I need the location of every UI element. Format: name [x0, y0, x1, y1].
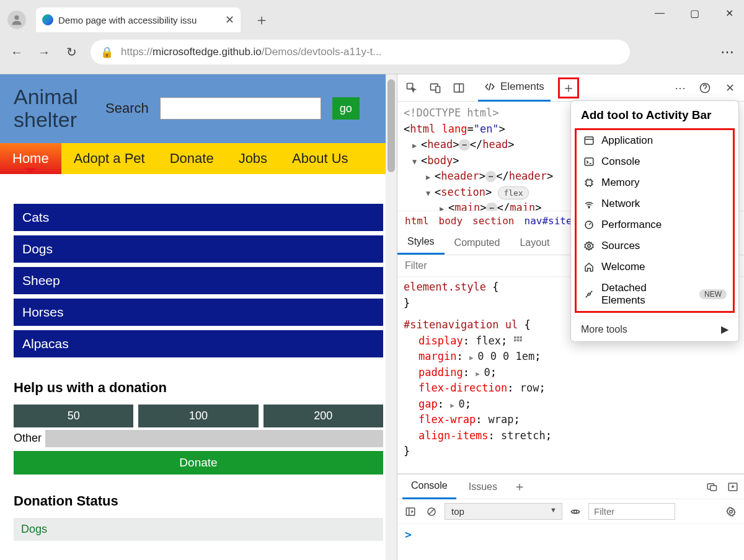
- content-area: Cats Dogs Sheep Horses Alpacas Help us w…: [0, 174, 397, 547]
- nav-home[interactable]: Home: [0, 143, 61, 174]
- main-nav: Home Adopt a Pet Donate Jobs About Us: [0, 143, 397, 174]
- donation-buttons: 50 100 200: [14, 405, 383, 427]
- donate-button[interactable]: Donate: [14, 451, 383, 475]
- console-icon: [583, 155, 595, 168]
- nav-donate[interactable]: Donate: [157, 143, 226, 174]
- close-devtools-icon[interactable]: ✕: [722, 80, 738, 96]
- maximize-icon[interactable]: ▢: [686, 7, 703, 19]
- dock-icon[interactable]: [451, 80, 467, 96]
- chevron-right-icon: ▶: [721, 323, 728, 335]
- add-tool-button[interactable]: ＋: [558, 77, 579, 98]
- site-title: Animalshelter: [14, 85, 94, 132]
- live-expression-icon[interactable]: [567, 504, 583, 520]
- svg-point-28: [730, 510, 733, 513]
- tool-performance[interactable]: Performance: [577, 214, 733, 235]
- browser-menu-button[interactable]: ⋯: [720, 44, 735, 60]
- detached-icon: [583, 288, 595, 300]
- donation-200[interactable]: 200: [264, 405, 383, 427]
- devtools-panel: Elements ＋ ⋯ ✕ Add tool to Activity Bar …: [397, 74, 744, 560]
- new-badge: NEW: [699, 289, 727, 299]
- edge-icon: [42, 14, 53, 25]
- tab-computed[interactable]: Computed: [445, 230, 510, 255]
- collapse-drawer-icon[interactable]: [727, 481, 739, 492]
- forward-button[interactable]: →: [36, 45, 52, 59]
- svg-rect-9: [585, 158, 593, 165]
- address-bar-row: ← → ↻ 🔒 https://microsoftedge.github.io/…: [0, 35, 744, 69]
- status-heading: Donation Status: [14, 493, 383, 509]
- help-icon[interactable]: [697, 80, 713, 96]
- svg-rect-21: [711, 485, 717, 490]
- category-item[interactable]: Cats: [14, 204, 383, 231]
- refresh-button[interactable]: ↻: [63, 45, 79, 59]
- svg-rect-17: [514, 339, 516, 341]
- svg-point-27: [574, 510, 577, 513]
- search-input[interactable]: [160, 97, 321, 120]
- status-section: Donation Status Dogs: [14, 493, 383, 541]
- window-controls: ― ▢ ✕: [651, 7, 738, 19]
- go-button[interactable]: go: [332, 97, 360, 120]
- back-button[interactable]: ←: [9, 45, 25, 59]
- nav-jobs[interactable]: Jobs: [226, 143, 280, 174]
- page-scrollbar[interactable]: [386, 74, 397, 560]
- drawer-tab-issues[interactable]: Issues: [460, 475, 506, 499]
- devtools-tabbar: Elements ＋ ⋯ ✕: [397, 74, 744, 102]
- drawer-add-tab[interactable]: ＋: [510, 475, 529, 499]
- elements-tab[interactable]: Elements: [478, 74, 551, 102]
- other-input[interactable]: [45, 430, 383, 447]
- lock-icon: 🔒: [100, 46, 113, 59]
- more-tools-item[interactable]: More tools ▶: [571, 317, 738, 341]
- context-select[interactable]: top: [445, 503, 562, 520]
- svg-rect-15: [516, 336, 519, 339]
- add-tool-popup: Add tool to Activity Bar Application Con…: [570, 100, 739, 342]
- nav-adopt[interactable]: Adopt a Pet: [61, 143, 157, 174]
- tool-network[interactable]: Network: [577, 193, 733, 214]
- donation-50[interactable]: 50: [14, 405, 133, 427]
- close-tab-icon[interactable]: ✕: [225, 13, 234, 27]
- close-window-icon[interactable]: ✕: [720, 7, 738, 19]
- inspect-element-icon[interactable]: [404, 80, 420, 96]
- svg-point-11: [588, 207, 590, 208]
- minimize-icon[interactable]: ―: [651, 7, 668, 19]
- devtools-right-controls: ⋯ ✕: [672, 80, 738, 96]
- svg-rect-19: [520, 339, 522, 341]
- console-settings-icon[interactable]: [723, 504, 739, 520]
- welcome-icon: [583, 261, 595, 273]
- more-tools-icon[interactable]: ⋯: [672, 80, 688, 96]
- device-toggle-icon[interactable]: [427, 80, 443, 96]
- profile-avatar[interactable]: [7, 11, 26, 29]
- drawer-tab-console[interactable]: Console: [402, 475, 456, 499]
- toggle-sidebar-icon[interactable]: [402, 504, 418, 520]
- svg-rect-10: [587, 180, 592, 186]
- tab-styles[interactable]: Styles: [397, 230, 445, 255]
- clear-console-icon[interactable]: [423, 504, 440, 520]
- application-icon: [583, 134, 595, 147]
- other-label: Other: [14, 432, 45, 445]
- donation-100[interactable]: 100: [138, 405, 258, 427]
- tool-welcome[interactable]: Welcome: [577, 256, 733, 278]
- tool-application[interactable]: Application: [577, 130, 733, 151]
- category-item[interactable]: Horses: [14, 299, 383, 326]
- popup-list: Application Console Memory Network Perfo…: [575, 128, 735, 313]
- issues-icon[interactable]: [706, 481, 718, 492]
- address-bar[interactable]: 🔒 https://microsoftedge.github.io/Demos/…: [91, 40, 630, 64]
- category-item[interactable]: Dogs: [14, 235, 383, 263]
- category-item[interactable]: Alpacas: [14, 330, 383, 357]
- tool-console[interactable]: Console: [577, 151, 733, 172]
- nav-about[interactable]: About Us: [280, 143, 361, 174]
- donation-section: Help us with a donation 50 100 200 Other…: [14, 380, 383, 475]
- tool-sources[interactable]: Sources: [577, 235, 733, 256]
- tool-memory[interactable]: Memory: [577, 172, 733, 193]
- svg-line-26: [429, 509, 435, 514]
- console-filter-input[interactable]: [588, 503, 675, 520]
- other-row: Other: [14, 430, 383, 447]
- memory-icon: [583, 177, 595, 189]
- tab-layout[interactable]: Layout: [510, 230, 559, 255]
- new-tab-button[interactable]: ＋: [244, 10, 279, 30]
- console-toolbar: top: [397, 499, 744, 524]
- search-label: Search: [105, 100, 149, 116]
- tool-detached-elements[interactable]: Detached ElementsNEW: [577, 278, 733, 311]
- console-prompt[interactable]: >: [397, 524, 744, 545]
- main-split: Animalshelter Search go Home Adopt a Pet…: [0, 74, 744, 560]
- browser-tab[interactable]: Demo page with accessibility issu ✕: [36, 7, 241, 32]
- category-item[interactable]: Sheep: [14, 267, 383, 294]
